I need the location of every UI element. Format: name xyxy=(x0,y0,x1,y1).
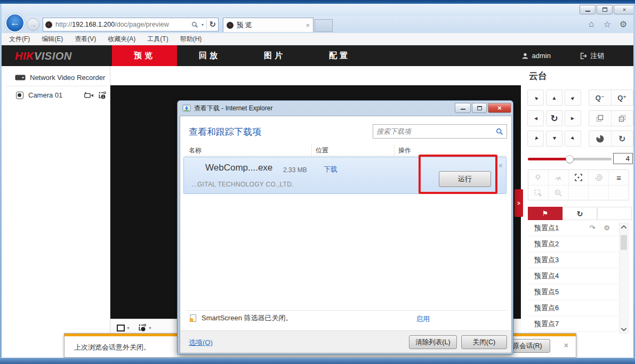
tab-close-icon[interactable]: × xyxy=(306,21,310,29)
menu-button[interactable]: ≡ xyxy=(608,170,629,185)
tab-playback[interactable]: 回放 xyxy=(177,45,242,66)
ptz-right-button[interactable]: ▲ xyxy=(565,110,581,126)
download-search-box[interactable] xyxy=(373,124,507,139)
manual-tracking-button[interactable] xyxy=(528,185,548,200)
preset-item-6[interactable]: 预置点6 xyxy=(528,300,618,316)
logout-button[interactable]: 注销 xyxy=(580,45,604,66)
iris-control: ↻ xyxy=(589,131,633,147)
preset-item-7[interactable]: 预置点7 xyxy=(528,316,618,332)
dialog-maximize-button[interactable] xyxy=(472,103,487,113)
dialog-close-button[interactable]: × xyxy=(488,103,511,113)
column-header-name[interactable]: 名称 xyxy=(189,146,202,155)
zoom-3d-button[interactable]: 3D xyxy=(548,185,568,200)
menu-tools[interactable]: 工具(T) xyxy=(147,35,168,44)
slider-thumb[interactable] xyxy=(566,155,574,163)
window-close-button[interactable]: × xyxy=(614,5,635,14)
close-dialog-button[interactable]: 关闭(C) xyxy=(461,335,507,349)
ptz-speed-input[interactable] xyxy=(613,153,633,164)
clear-list-button[interactable]: 清除列表(L) xyxy=(409,335,457,349)
forward-button[interactable]: → xyxy=(27,18,39,31)
iris-close-button[interactable] xyxy=(589,131,611,146)
set-preset-gear-icon[interactable]: ⚙ xyxy=(604,224,610,232)
search-icon[interactable] xyxy=(496,128,503,135)
window-titlebar[interactable]: × xyxy=(2,4,633,16)
dropdown-icon[interactable]: ▼ xyxy=(126,326,130,330)
auxiliary-focus-button[interactable] xyxy=(568,170,589,185)
ptz-auto-scan-button[interactable]: ↻ xyxy=(546,110,562,126)
focus-far-button[interactable] xyxy=(589,111,611,126)
focus-near-button[interactable] xyxy=(611,111,633,126)
stream-select-control[interactable]: ▼ xyxy=(138,324,152,331)
preset-item-1[interactable]: 预置点1 ↷ ⚙ xyxy=(528,220,618,236)
menu-help[interactable]: 帮助(H) xyxy=(180,35,202,44)
scroll-down-icon[interactable] xyxy=(621,327,627,331)
stream-type-icon[interactable]: 1 xyxy=(98,92,107,99)
dialog-minimize-button[interactable] xyxy=(455,103,471,113)
column-header-action[interactable]: 操作 xyxy=(398,146,411,155)
camera-node[interactable]: Camera 01 1 xyxy=(16,91,107,99)
browser-action-icons: ⌂ ☆ ⚙ xyxy=(586,19,628,29)
menu-edit[interactable]: 编辑(E) xyxy=(42,35,63,44)
lens-initialization-button[interactable] xyxy=(588,170,608,185)
ptz-down-right-button[interactable]: ▲ xyxy=(565,131,581,147)
zoom-in-button[interactable]: Q⁺ xyxy=(611,90,633,105)
download-search-input[interactable] xyxy=(376,127,496,135)
window-maximize-button[interactable] xyxy=(597,5,613,14)
preset-item-5[interactable]: 预置点5 xyxy=(528,284,618,300)
zoom-out-button[interactable]: Q⁻ xyxy=(589,90,611,105)
menu-view[interactable]: 查看(V) xyxy=(75,35,96,44)
refresh-icon[interactable]: ↻ xyxy=(209,20,216,29)
address-bar[interactable]: http://192.168.1.200/doc/page/preview ▼ … xyxy=(43,18,219,31)
device-node[interactable]: Network Video Recorder xyxy=(15,74,105,82)
logo-vision: VISION xyxy=(34,50,72,62)
tab-pattern[interactable] xyxy=(597,207,632,220)
download-location-link[interactable]: 下载 xyxy=(324,165,337,174)
preset-item-2[interactable]: 预置点2 xyxy=(528,236,618,252)
smartscreen-enable-link[interactable]: 启用 xyxy=(416,314,430,324)
scroll-up-icon[interactable] xyxy=(621,225,627,229)
preset-label: 预置点3 xyxy=(534,255,618,265)
new-tab-button[interactable] xyxy=(315,19,333,32)
url-text[interactable]: http://192.168.1.200/doc/page/preview xyxy=(55,21,191,28)
favorites-star-icon[interactable]: ☆ xyxy=(602,19,612,29)
start-live-view-icon[interactable] xyxy=(84,92,94,99)
download-publisher: ...GITAL TECHNOLOGY CO.,LTD. xyxy=(191,181,294,188)
panel-expand-handle[interactable]: > xyxy=(515,189,523,217)
menu-file[interactable]: 文件(F) xyxy=(9,35,30,44)
menu-favorites[interactable]: 收藏夹(A) xyxy=(108,35,135,44)
preset-item-3[interactable]: 预置点3 xyxy=(528,252,618,268)
options-link[interactable]: 选项(O) xyxy=(189,338,213,347)
call-preset-icon[interactable]: ↷ xyxy=(589,224,595,232)
preset-item-4[interactable]: 预置点4 xyxy=(528,268,618,284)
dropdown-icon[interactable]: ▼ xyxy=(148,326,152,330)
settings-gear-icon[interactable]: ⚙ xyxy=(618,19,628,29)
preset-scrollbar[interactable] xyxy=(619,223,629,334)
window-division-control[interactable]: ▼ xyxy=(117,325,130,331)
browser-tab[interactable]: 预 览 × xyxy=(223,18,314,32)
tab-patrol[interactable]: ↻ xyxy=(562,207,597,220)
home-icon[interactable]: ⌂ xyxy=(586,19,596,29)
remove-download-icon[interactable]: × xyxy=(499,161,503,169)
ptz-down-button[interactable]: ▲ xyxy=(546,131,562,147)
ptz-up-button[interactable]: ▲ xyxy=(546,90,562,106)
back-button[interactable]: ← xyxy=(5,13,25,33)
notification-close-icon[interactable]: × xyxy=(564,341,568,350)
tab-presets[interactable]: ⚑ xyxy=(528,207,562,220)
ptz-left-button[interactable]: ▲ xyxy=(527,110,544,126)
wiper-button[interactable] xyxy=(548,170,568,185)
search-dropdown-icon[interactable]: ▼ xyxy=(200,23,204,27)
scrollbar-thumb[interactable] xyxy=(621,235,627,250)
tab-preview[interactable]: 预览 xyxy=(112,45,177,66)
tab-configuration[interactable]: 配置 xyxy=(307,45,372,66)
preset-flag-icon: ⚑ xyxy=(542,209,549,217)
menu-bar: 文件(F) 编辑(E) 查看(V) 收藏夹(A) 工具(T) 帮助(H) xyxy=(2,33,633,45)
search-icon[interactable] xyxy=(191,21,198,28)
window-minimize-button[interactable] xyxy=(580,5,596,14)
light-button[interactable] xyxy=(528,170,548,185)
ptz-down-left-button[interactable]: ▲ xyxy=(527,131,544,147)
tab-picture[interactable]: 图片 xyxy=(242,45,307,66)
iris-open-button[interactable]: ↻ xyxy=(611,131,633,146)
column-header-location[interactable]: 位置 xyxy=(316,146,328,155)
ptz-up-left-button[interactable]: ▲ xyxy=(527,90,544,106)
ptz-up-right-button[interactable]: ▲ xyxy=(565,90,581,106)
